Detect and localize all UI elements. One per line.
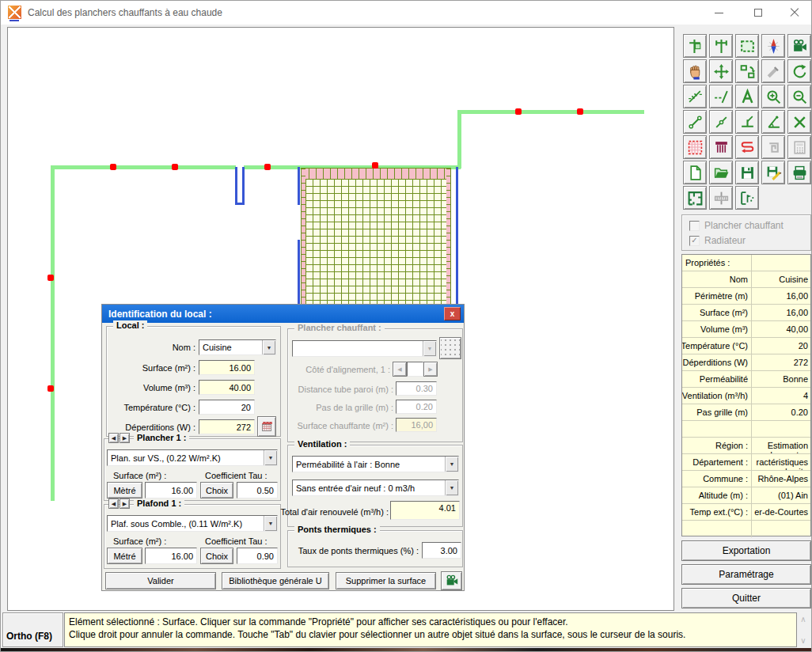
- plancher1-tau-field[interactable]: 0.50: [237, 482, 278, 498]
- plafond1-surface-field[interactable]: 16.00: [145, 548, 197, 564]
- plafond1-tau-field[interactable]: 0.90: [237, 548, 278, 564]
- bibliotheque-button[interactable]: Bibliothèque générale U: [222, 572, 329, 589]
- total-air-field[interactable]: 4.01: [390, 501, 460, 520]
- maximize-button[interactable]: [740, 1, 776, 25]
- tool-save-as-button[interactable]: [761, 161, 785, 184]
- tool-wall-axis-left-button[interactable]: [683, 34, 707, 58]
- tool-save-button[interactable]: [735, 161, 759, 184]
- status-scroll-up-icon[interactable]: ∧: [798, 615, 809, 624]
- temperature-field[interactable]: 20: [199, 400, 255, 415]
- chevron-down-icon[interactable]: ▼: [445, 457, 458, 472]
- vertex-point[interactable]: [264, 164, 271, 170]
- tool-angle-button[interactable]: [761, 110, 785, 134]
- deperditions-calc-button[interactable]: [257, 416, 276, 437]
- tool-pan-button[interactable]: [683, 59, 707, 83]
- plancher1-metre-button[interactable]: Mètré: [107, 482, 142, 498]
- drawing-canvas[interactable]: Identification du local : x Local : Nom …: [7, 27, 674, 611]
- tool-text-button[interactable]: [735, 85, 759, 108]
- plancher1-combo[interactable]: Plan. sur VS., (0.22 W/m².K) ▼: [107, 449, 278, 466]
- air-neuf-combo[interactable]: Sans entrée d'air neuf : 0 m3/h ▼: [292, 480, 459, 496]
- wall-segment-left-vertical[interactable]: [51, 165, 55, 501]
- tool-zoom-in-button[interactable]: [761, 85, 785, 108]
- wall-segment-top-right[interactable]: [457, 110, 644, 114]
- tool-break-line-button[interactable]: [683, 85, 707, 108]
- tool-rotate-button[interactable]: [787, 59, 811, 83]
- tool-rotate-copy-button[interactable]: [735, 59, 759, 83]
- door-notch-left-line[interactable]: [235, 167, 237, 204]
- minimize-button[interactable]: [700, 1, 737, 25]
- plancher-chauffant-checkbox[interactable]: [689, 221, 700, 231]
- tool-print-button[interactable]: [787, 161, 811, 184]
- tool-eraser-button[interactable]: [761, 59, 785, 83]
- radiateur-checkbox[interactable]: ✓: [689, 236, 700, 246]
- exportation-button[interactable]: Exportation: [681, 540, 811, 561]
- tool-zone-select-button[interactable]: [735, 34, 759, 58]
- tool-new-file-button[interactable]: [683, 161, 707, 184]
- camera-view-button[interactable]: [441, 571, 462, 590]
- window-title: Calcul des planchers chauffants à eau ch…: [28, 7, 222, 18]
- tool-trim-line-button[interactable]: [709, 85, 733, 108]
- status-scroll-down-icon[interactable]: ∨: [798, 636, 809, 646]
- plancher1-prev-button[interactable]: ◀: [108, 433, 119, 443]
- tool-open-file-button[interactable]: [709, 161, 733, 184]
- plancher1-choix-button[interactable]: Choix: [200, 482, 233, 498]
- tool-collector-button[interactable]: [709, 135, 733, 159]
- wall-segment-right-vertical[interactable]: [457, 110, 461, 169]
- plafond1-next-button[interactable]: ▶: [120, 498, 130, 509]
- valider-button[interactable]: Valider: [105, 572, 216, 589]
- tool-scale-button[interactable]: [709, 186, 733, 210]
- vertex-point[interactable]: [172, 164, 178, 170]
- deperditions-field[interactable]: 272: [199, 419, 255, 434]
- vertex-point[interactable]: [47, 275, 54, 281]
- plafond1-metre-button[interactable]: Métré: [107, 548, 142, 564]
- chevron-down-icon[interactable]: ▼: [445, 480, 458, 495]
- tool-heating-grid-button[interactable]: [683, 135, 707, 159]
- vertex-point[interactable]: [577, 108, 583, 115]
- tool-move-button[interactable]: [709, 59, 733, 83]
- chevron-down-icon[interactable]: ▼: [264, 450, 277, 465]
- door-notch-right-line[interactable]: [242, 167, 245, 204]
- wall-segment-middle-left[interactable]: [51, 165, 236, 169]
- vertex-point[interactable]: [110, 164, 116, 170]
- tool-serpentine-button[interactable]: [735, 135, 759, 159]
- trim-line-icon: [713, 89, 730, 105]
- tool-floor-plan-button[interactable]: [683, 186, 707, 210]
- tool-draw-polyline-button[interactable]: [709, 110, 733, 134]
- close-button[interactable]: [776, 1, 812, 25]
- surface-field[interactable]: 16.00: [199, 360, 255, 375]
- room-wall-left-upper-line[interactable]: [298, 167, 300, 205]
- tool-plan-flag-button[interactable]: [735, 186, 759, 210]
- vertex-point[interactable]: [515, 108, 522, 115]
- chevron-down-icon[interactable]: ▼: [264, 516, 277, 531]
- tool-wall-axis-center-button[interactable]: [709, 34, 733, 58]
- vertex-point[interactable]: [47, 385, 54, 392]
- save-icon: [739, 165, 756, 181]
- rotate-icon: [791, 63, 808, 80]
- supprimer-surface-button[interactable]: Supprimer la surface: [336, 572, 436, 589]
- tool-spiral-button[interactable]: [761, 135, 785, 159]
- plafond1-combo[interactable]: Plaf. sous Comble., (0.11 W/m².K) ▼: [107, 515, 278, 532]
- tool-zoom-out-button[interactable]: [787, 85, 811, 108]
- quitter-button[interactable]: Quitter: [681, 588, 811, 608]
- chevron-down-icon[interactable]: ▼: [262, 340, 275, 354]
- dialog-close-button[interactable]: x: [444, 307, 461, 320]
- nom-combo[interactable]: Cuisine ▼: [199, 339, 276, 355]
- plafond1-choix-button[interactable]: Choix: [200, 548, 233, 564]
- taux-ponts-field[interactable]: 3.00: [422, 542, 461, 559]
- dialog-title-bar[interactable]: Identification du local :: [102, 305, 464, 323]
- volume-field[interactable]: 40.00: [199, 380, 255, 395]
- ortho-mode-indicator[interactable]: Ortho (F8): [2, 612, 63, 647]
- property-row-empty: [682, 421, 810, 438]
- permeabilite-combo[interactable]: Perméabilité à l'air : Bonne ▼: [292, 456, 459, 472]
- tool-camera-view-button[interactable]: [787, 34, 811, 58]
- plafond1-prev-button[interactable]: ◀: [108, 498, 119, 509]
- tool-compass-button[interactable]: [761, 34, 785, 58]
- tool-perpendicular-button[interactable]: [735, 110, 759, 134]
- tool-calculator-button[interactable]: [787, 135, 811, 159]
- parametrage-button[interactable]: Paramétrage: [681, 564, 811, 585]
- tool-delete-button[interactable]: [787, 110, 811, 134]
- tool-draw-segment-button[interactable]: [683, 110, 707, 134]
- plancher1-next-button[interactable]: ▶: [120, 433, 130, 443]
- plancher1-surface-field[interactable]: 16.00: [145, 482, 197, 498]
- vertex-point[interactable]: [372, 162, 378, 169]
